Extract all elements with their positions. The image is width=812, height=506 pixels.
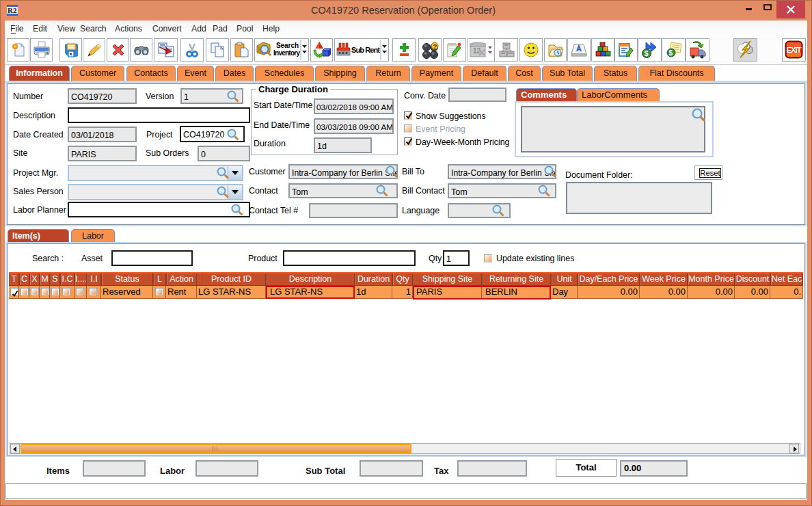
svg-text:Sub Rent: Sub Rent — [351, 46, 380, 54]
svg-text:$: $ — [668, 49, 673, 57]
svg-text:EXIT: EXIT — [787, 46, 802, 54]
svg-text:?: ? — [433, 42, 437, 50]
svg-text:Search: Search — [276, 42, 299, 49]
svg-text:Inventory: Inventory — [273, 49, 300, 57]
svg-text:$: $ — [644, 49, 648, 57]
